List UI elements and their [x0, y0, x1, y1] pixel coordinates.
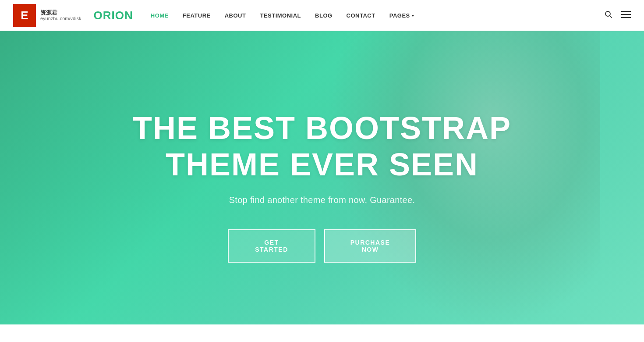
hero-subtitle: Stop find another theme from now, Guaran… [133, 195, 511, 205]
hero-content: THE BEST BOOTSTRAP THEME EVER SEEN Stop … [133, 79, 511, 263]
logo-brand: ORION [94, 9, 133, 22]
nav-item-about[interactable]: ABOUT [225, 11, 246, 19]
nav-item-pages[interactable]: PAGES ▾ [389, 12, 414, 19]
nav-link-pages[interactable]: PAGES [389, 12, 410, 19]
nav-item-contact[interactable]: CONTACT [347, 11, 375, 19]
hero-bottom-edge [0, 324, 644, 342]
hero-title-line2: THEME EVER SEEN [166, 147, 478, 182]
nav-item-testimonial[interactable]: TESTIMONIAL [260, 11, 301, 19]
navbar-left: E 资源君 eyunzhu.com/vdisk ORION HOME FEATU… [13, 4, 414, 27]
get-started-button[interactable]: GET STARTED [228, 229, 315, 263]
logo-icon-e: E [13, 4, 36, 27]
hero-buttons: GET STARTED PURCHASE NOW [133, 229, 511, 263]
nav-item-feature[interactable]: FEATURE [183, 11, 211, 19]
logo-box[interactable]: E 资源君 eyunzhu.com/vdisk ORION [13, 4, 133, 27]
nav-link-feature[interactable]: FEATURE [183, 12, 211, 19]
nav-link-blog[interactable]: BLOG [315, 12, 333, 19]
nav-item-blog[interactable]: BLOG [315, 11, 333, 19]
purchase-now-button[interactable]: PURCHASE NOW [324, 229, 416, 263]
chevron-down-icon: ▾ [412, 13, 414, 18]
hero-section: THE BEST BOOTSTRAP THEME EVER SEEN Stop … [0, 0, 644, 342]
nav-link-contact[interactable]: CONTACT [347, 12, 375, 19]
logo-chinese: 资源君 [40, 9, 81, 16]
logo-url: eyunzhu.com/vdisk [40, 16, 81, 21]
navbar-right [605, 11, 631, 21]
svg-line-1 [610, 15, 612, 18]
hero-title: THE BEST BOOTSTRAP THEME EVER SEEN [133, 110, 511, 183]
nav-link-home[interactable]: HOME [151, 12, 169, 19]
nav-link-testimonial[interactable]: TESTIMONIAL [260, 12, 301, 19]
logo-text-block: 资源君 eyunzhu.com/vdisk [40, 9, 81, 22]
navbar: E 资源君 eyunzhu.com/vdisk ORION HOME FEATU… [0, 0, 644, 31]
hero-title-line1: THE BEST BOOTSTRAP [133, 110, 511, 146]
nav-item-home[interactable]: HOME [151, 11, 169, 19]
nav-pages-dropdown[interactable]: PAGES ▾ [389, 12, 414, 19]
hamburger-icon[interactable] [621, 11, 631, 20]
navbar-nav: HOME FEATURE ABOUT TESTIMONIAL BLOG CONT… [151, 11, 414, 19]
search-icon[interactable] [605, 11, 612, 21]
logo-brand-highlight: ORION [94, 9, 133, 22]
nav-link-about[interactable]: ABOUT [225, 12, 246, 19]
